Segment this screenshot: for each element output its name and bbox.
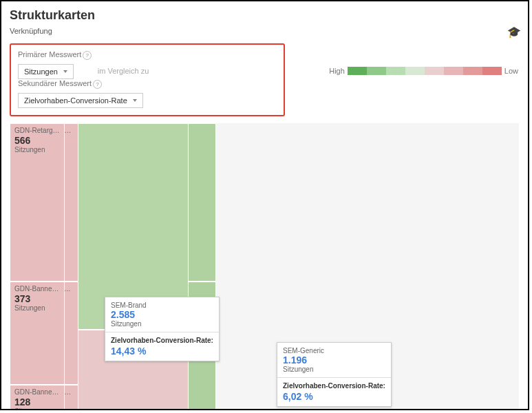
treemap-cell[interactable]: GDN-Banner- 128 Sitzungen	[10, 385, 65, 410]
subtitle-bar: Verknüpfung 🎓	[1, 27, 528, 41]
page-title: Strukturkarten	[1, 1, 528, 27]
secondary-metric-label: Sekundärer Messwert?	[18, 79, 143, 89]
secondary-metric-dropdown[interactable]: Zielvorhaben-Conversion-Rate	[18, 93, 143, 108]
primary-metric-dropdown[interactable]: Sitzungen	[18, 64, 74, 79]
callout-icon	[71, 390, 74, 396]
treemap-cell[interactable]: GDN-Banner- 373 Sitzungen	[10, 282, 65, 385]
compare-text: im Vergleich zu	[98, 67, 149, 75]
primary-metric-label: Primärer Messwert?	[18, 50, 92, 60]
chevron-down-icon	[133, 99, 137, 102]
chevron-down-icon	[63, 70, 67, 73]
tooltip: SEM-Generic 1.196 Sitzungen Zielvorhaben…	[277, 342, 392, 407]
treemap[interactable]: SEM-Generic 2.754 Sitzungen SEM-Brand 2.…	[10, 123, 519, 410]
help-icon[interactable]: ?	[93, 80, 102, 89]
color-legend: High Low	[329, 67, 518, 75]
subtitle: Verknüpfung	[10, 27, 52, 35]
tooltip: SEM-Brand 2.585 Sitzungen Zielvorhaben-C…	[105, 297, 220, 361]
help-icon[interactable]: ?	[83, 51, 92, 60]
education-icon[interactable]: 🎓	[507, 25, 521, 39]
callout-icon	[71, 128, 74, 134]
treemap-cell[interactable]: GDN-Retargeting 566 Sitzungen	[10, 123, 65, 282]
metric-controls: Primärer Messwert? Sitzungen im Vergleic…	[10, 43, 285, 116]
